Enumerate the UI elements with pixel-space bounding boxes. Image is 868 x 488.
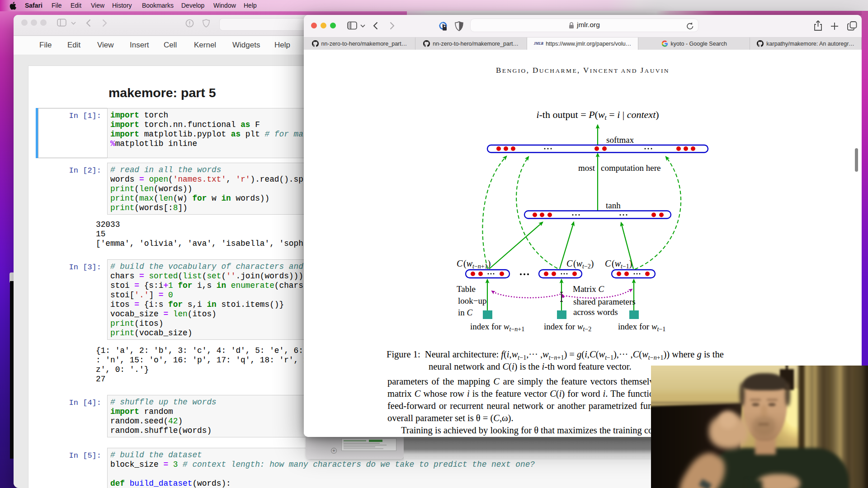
svg-text:index for wt−n+1: index for wt−n+1 <box>470 322 524 333</box>
svg-text:i-th output = P(wt = i | conte: i-th output = P(wt = i | context) <box>536 109 659 121</box>
svg-text:C: C <box>457 258 463 268</box>
svg-text:index for wt−2: index for wt−2 <box>544 322 591 333</box>
svg-text:in C: in C <box>458 308 473 317</box>
svg-text:C: C <box>605 258 611 268</box>
svg-text:softmax: softmax <box>606 135 634 145</box>
svg-text:(wt−1): (wt−1) <box>612 258 632 270</box>
svg-text:across words: across words <box>573 307 618 317</box>
svg-text:look−up: look−up <box>458 296 487 305</box>
svg-text:tanh: tanh <box>606 201 621 210</box>
svg-text:C: C <box>566 258 573 268</box>
svg-text:index for wt−1: index for wt−1 <box>618 322 665 333</box>
svg-text:shared parameters: shared parameters <box>573 297 636 306</box>
svg-text:(wt−n+1): (wt−n+1) <box>463 258 491 270</box>
svg-text:Table: Table <box>457 284 476 294</box>
svg-text:computation here: computation here <box>601 163 660 173</box>
svg-text:Matrix C: Matrix C <box>573 284 604 294</box>
svg-text:(wt−2): (wt−2) <box>573 258 594 270</box>
svg-text:most: most <box>578 163 595 173</box>
